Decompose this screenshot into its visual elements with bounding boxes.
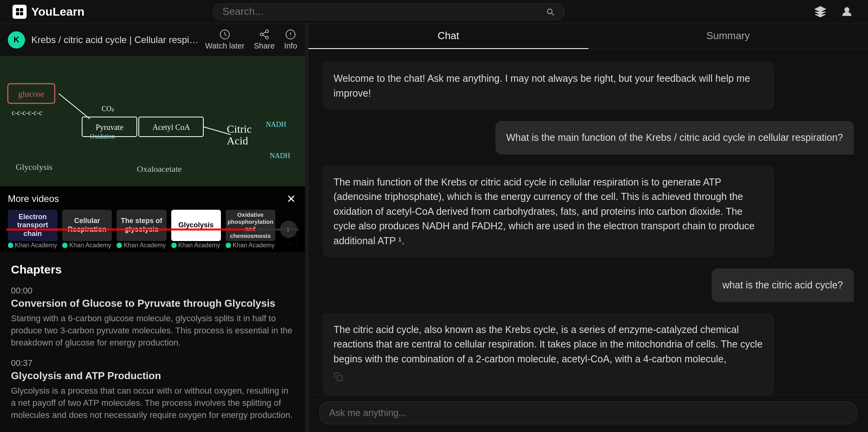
khan-badge-glycolysis: Khan Academy [171,242,221,249]
app-name: YouLearn [31,5,84,18]
svg-rect-1 [20,8,23,11]
progress-fill [6,229,255,230]
clock-icon [219,29,230,40]
svg-text:c-c-c-c-c-c: c-c-c-c-c-c [12,109,42,117]
khan-badge-cellular: Khan Academy [62,242,112,249]
svg-text:Pyruvate: Pyruvate [95,123,123,132]
message-ai-1: The main function of the Krebs or citric… [323,166,774,258]
message-user-1: What is the main function of the Krebs /… [495,121,854,155]
chat-tabs: Chat Summary [308,23,868,49]
chapter-name-1[interactable]: Glycolysis and ATP Production [11,370,294,382]
nav-right [812,3,855,20]
search-bar[interactable] [213,4,565,20]
video-panel: K Krebs / citric acid cycle | Cellular r… [0,23,305,432]
progress-bar[interactable] [6,229,299,230]
khan-dot-3 [117,243,122,248]
message-user-2: what is the citric acid cycle? [712,268,854,302]
info-button[interactable]: Info [284,29,297,50]
share-button[interactable]: Share [254,29,274,50]
svg-rect-29 [337,376,342,381]
chapter-name-0[interactable]: Conversion of Glucose to Pyruvate throug… [11,297,294,310]
khan-dot-2 [62,243,68,248]
svg-text:Oxaloacetate: Oxaloacetate [137,164,182,174]
chat-panel: Chat Summary Welcome to the chat! Ask me… [308,23,868,432]
chat-messages: Welcome to the chat! Ask me anything. I … [308,49,868,395]
khan-dot-4 [171,243,177,248]
svg-text:glucose: glucose [18,89,44,99]
tab-summary[interactable]: Summary [588,23,868,49]
user-icon[interactable] [838,3,855,20]
search-input[interactable] [222,5,545,18]
topnav: YouLearn [0,0,868,23]
chapters-title: Chapters [11,263,294,276]
video-title-bar: K Krebs / citric acid cycle | Cellular r… [0,23,305,56]
khan-badge-glycolysis-steps: Khan Academy [117,242,166,249]
copy-icon[interactable] [334,371,763,386]
video-actions: Watch later Share Info [205,29,297,50]
more-videos-header: More videos ✕ [8,193,297,205]
video-container: glucose c-c-c-c-c-c Pyruvate CO₂ Oxidati… [0,56,305,252]
channel-avatar: K [8,31,25,49]
svg-text:Acid: Acid [227,135,248,147]
chat-input[interactable] [319,401,857,424]
video-thumb-oxidative: Oxidative phosphorylation and chemiosmos… [226,210,275,241]
message-ai-partial: The citric acid cycle, also known as the… [323,313,774,395]
svg-text:CO₂: CO₂ [102,105,114,113]
video-thumb-glycolysis-steps: The steps of glycolysis [117,210,166,241]
more-videos-title: More videos [8,193,59,204]
khan-dot-5 [226,243,231,248]
logo-icon [13,5,27,19]
video-thumb-glycolysis: Glycolysis [171,210,221,241]
chapter-desc-0: Starting with a 6-carbon glucose molecul… [11,313,294,349]
chapter-item-0: 00:00 Conversion of Glucose to Pyruvate … [11,286,294,349]
svg-rect-0 [16,8,19,11]
logo-area[interactable]: YouLearn [13,5,84,19]
video-title: Krebs / citric acid cycle | Cellular res… [31,34,199,45]
video-thumb-cellular: Cellular Respiration [62,210,112,241]
message-ai-welcome: Welcome to the chat! Ask me anything. I … [323,62,774,110]
chat-input-area [308,395,868,432]
svg-text:NADH: NADH [270,152,290,160]
main-layout: K Krebs / citric acid cycle | Cellular r… [0,23,868,432]
close-more-videos-button[interactable]: ✕ [285,193,297,205]
khan-badge-oxidative: Khan Academy [226,242,275,249]
svg-line-10 [59,94,90,119]
resize-handle[interactable] [305,23,308,432]
svg-text:Citric: Citric [227,123,252,135]
svg-rect-3 [20,12,23,15]
chapter-item-1: 00:37 Glycolysis and ATP Production Glyc… [11,358,294,421]
svg-text:NADH: NADH [266,121,286,128]
svg-text:Oxidation: Oxidation [90,133,115,140]
svg-point-4 [845,7,849,12]
share-icon [259,29,270,40]
svg-rect-2 [16,12,19,15]
tab-chat[interactable]: Chat [308,23,588,49]
search-icon [545,7,555,16]
video-thumb-electron: Electron transport chain [8,210,57,241]
svg-text:Glycolysis: Glycolysis [16,162,52,172]
khan-dot [8,243,13,248]
chapter-time-1: 00:37 [11,358,294,368]
info-icon [285,29,296,40]
khan-badge-electron: Khan Academy [8,242,57,249]
svg-text:Acetyl CoA: Acetyl CoA [152,123,190,132]
watch-later-button[interactable]: Watch later [205,29,244,50]
chapters-section: Chapters 00:00 Conversion of Glucose to … [0,252,305,432]
cube-icon[interactable] [812,3,829,20]
more-videos-overlay: More videos ✕ Electron transport chain K… [0,186,305,252]
chapter-desc-1: Glycolysis is a process that can occur w… [11,385,294,421]
chapter-time-0: 00:00 [11,286,294,296]
